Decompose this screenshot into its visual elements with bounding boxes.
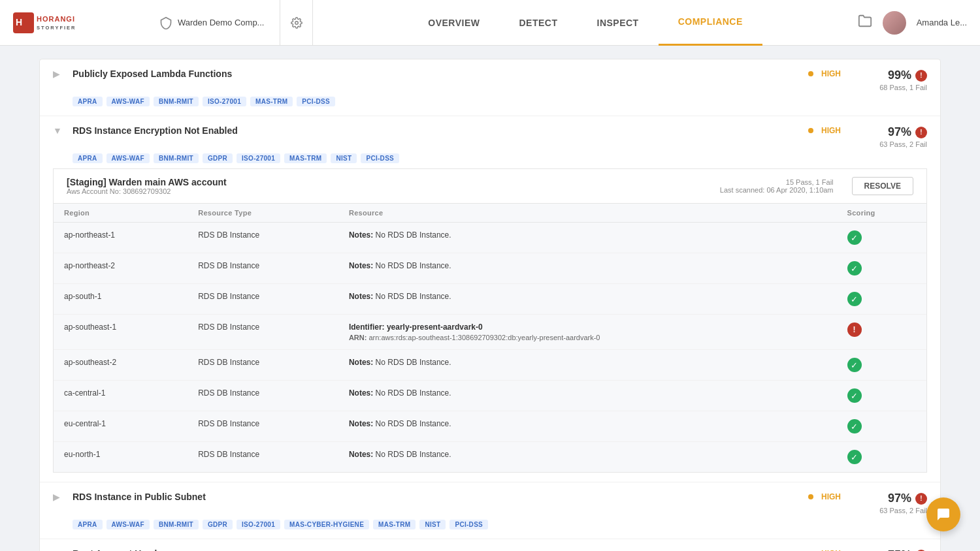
cell-region: ap-southeast-2: [54, 350, 188, 381]
warden-icon: [159, 16, 172, 29]
cell-resource: Notes: No RDS DB Instance.: [338, 223, 837, 253]
nav-inspect[interactable]: INSPECT: [578, 0, 659, 46]
cell-scoring: ✓: [837, 223, 926, 253]
folder-icon[interactable]: [858, 14, 872, 31]
nav-links: OVERVIEW DETECT INSPECT COMPLIANCE: [313, 0, 857, 46]
score-area: 99% !: [888, 69, 927, 82]
rule-row-content: RDS Instance Encryption Not Enabled HIGH: [73, 125, 841, 136]
rule-row-main: ▶ Publicly Exposed Lambda Functions HIGH…: [53, 69, 927, 91]
rule-expand-icon[interactable]: ▶: [53, 69, 65, 79]
warden-tab[interactable]: Warden Demo Comp...: [144, 0, 280, 46]
table-row: ap-northeast-1 RDS DB Instance Notes: No…: [54, 223, 926, 253]
cell-scoring: !: [837, 315, 926, 350]
cell-scoring: ✓: [837, 381, 926, 411]
rule-row: ▶ Publicly Exposed Lambda Functions HIGH…: [40, 59, 940, 116]
nav-detect[interactable]: DETECT: [500, 0, 578, 46]
fail-badge: !: [915, 70, 927, 82]
cell-resource: Notes: No RDS DB Instance.: [338, 284, 837, 315]
tag: APRA: [73, 153, 103, 163]
top-nav: H HORANGI STORYFIER Warden Demo Comp... …: [0, 0, 980, 46]
resolve-button[interactable]: RESOLVE: [852, 177, 913, 195]
logo-area: H HORANGI STORYFIER: [13, 10, 144, 36]
cell-resource-type: RDS DB Instance: [188, 442, 338, 473]
rule-expand-icon[interactable]: ▶: [53, 548, 65, 551]
tag: AWS-WAF: [106, 97, 150, 106]
rule-header: RDS Instance in Public Subnet HIGH: [73, 492, 841, 502]
svg-text:STORYFIER: STORYFIER: [37, 25, 76, 31]
rule-row: ▶ Root Account Used HIGH 75% ! 3 Pass, 1…: [40, 539, 940, 551]
cell-region: ap-southeast-1: [54, 315, 188, 350]
rule-row-main: ▼ RDS Instance Encryption Not Enabled HI…: [53, 125, 927, 148]
tag: GDPR: [203, 520, 233, 529]
logo-svg: H HORANGI STORYFIER: [13, 10, 98, 36]
cell-resource: Notes: No RDS DB Instance.: [338, 442, 837, 473]
account-info: [Staging] Warden main AWS account Aws Ac…: [67, 177, 227, 195]
tags-row: APRAAWS-WAFBNM-RMITISO-27001MAS-TRMPCI-D…: [53, 97, 927, 106]
account-header: [Staging] Warden main AWS account Aws Ac…: [54, 169, 926, 204]
nav-compliance[interactable]: COMPLIANCE: [659, 0, 762, 46]
severity-label: HIGH: [821, 492, 841, 501]
pass-fail-count: 15 Pass, 1 Fail: [720, 178, 834, 186]
tag: NIST: [331, 153, 357, 163]
fail-badge: !: [915, 493, 927, 505]
rule-title: RDS Instance Encryption Not Enabled: [73, 125, 800, 136]
account-meta: 15 Pass, 1 Fail Last scanned: 06 Apr 202…: [720, 178, 834, 194]
resource-notes: Notes: No RDS DB Instance.: [349, 388, 826, 398]
severity-dot: [808, 494, 813, 499]
svg-point-4: [295, 21, 299, 24]
col-header: Resource: [338, 204, 837, 223]
row-pass-badge: ✓: [847, 261, 862, 276]
cell-resource-type: RDS DB Instance: [188, 284, 338, 315]
score-pct: 97%: [888, 492, 911, 505]
rule-header: Publicly Exposed Lambda Functions HIGH: [73, 69, 841, 79]
rule-expand-icon[interactable]: ▶: [53, 492, 65, 502]
cell-resource: Notes: No RDS DB Instance.: [338, 411, 837, 442]
cell-resource-type: RDS DB Instance: [188, 223, 338, 253]
rule-score-col: 99% ! 68 Pass, 1 Fail: [849, 69, 927, 91]
rule-title: RDS Instance in Public Subnet: [73, 492, 800, 502]
row-pass-badge: ✓: [847, 358, 862, 372]
identifier-label: Identifier: yearly-present-aardvark-0: [349, 323, 483, 332]
score-area: 97% !: [888, 125, 927, 139]
tag: NIST: [419, 520, 446, 529]
detail-table: RegionResource TypeResourceScoring ap-no…: [54, 204, 926, 472]
table-row: ap-southeast-1 RDS DB Instance Identifie…: [54, 315, 926, 350]
cell-scoring: ✓: [837, 253, 926, 284]
table-row: eu-central-1 RDS DB Instance Notes: No R…: [54, 411, 926, 442]
tag: BNM-RMIT: [154, 520, 199, 529]
tag: APRA: [73, 520, 103, 529]
cell-resource: Notes: No RDS DB Instance.: [338, 350, 837, 381]
cell-scoring: ✓: [837, 350, 926, 381]
col-header: Scoring: [837, 204, 926, 223]
tag: ISO-27001: [237, 153, 280, 163]
svg-text:HORANGI: HORANGI: [37, 15, 75, 23]
cell-region: ca-central-1: [54, 381, 188, 411]
severity-dot: [808, 71, 813, 76]
rule-row-content: Root Account Used HIGH: [73, 548, 841, 551]
rule-expand-icon[interactable]: ▼: [53, 125, 65, 136]
tag: ISO-27001: [237, 520, 280, 529]
cell-resource-type: RDS DB Instance: [188, 315, 338, 350]
tags-row: APRAAWS-WAFBNM-RMITGDPRISO-27001MAS-CYBE…: [53, 520, 927, 529]
cell-scoring: ✓: [837, 411, 926, 442]
score-pct: 97%: [888, 125, 911, 139]
rule-header: RDS Instance Encryption Not Enabled HIGH: [73, 125, 841, 136]
col-header: Resource Type: [188, 204, 338, 223]
svg-text:H: H: [16, 17, 22, 27]
cell-resource: Notes: No RDS DB Instance.: [338, 253, 837, 284]
resource-notes: Notes: No RDS DB Instance.: [349, 450, 826, 459]
account-meta-right: 15 Pass, 1 Fail Last scanned: 06 Apr 202…: [720, 177, 913, 195]
tag: BNM-RMIT: [154, 97, 199, 106]
score-pct: 75%: [888, 548, 911, 551]
nav-right: Amanda Le...: [858, 11, 967, 35]
tag: APRA: [73, 97, 103, 106]
cell-region: eu-central-1: [54, 411, 188, 442]
rule-title: Publicly Exposed Lambda Functions: [73, 69, 800, 79]
tag: GDPR: [203, 153, 233, 163]
nav-overview[interactable]: OVERVIEW: [408, 0, 499, 46]
col-header: Region: [54, 204, 188, 223]
score-detail: 63 Pass, 2 Fail: [879, 507, 927, 514]
chat-button[interactable]: [926, 497, 960, 531]
table-row: eu-north-1 RDS DB Instance Notes: No RDS…: [54, 442, 926, 473]
settings-button[interactable]: [280, 0, 313, 46]
